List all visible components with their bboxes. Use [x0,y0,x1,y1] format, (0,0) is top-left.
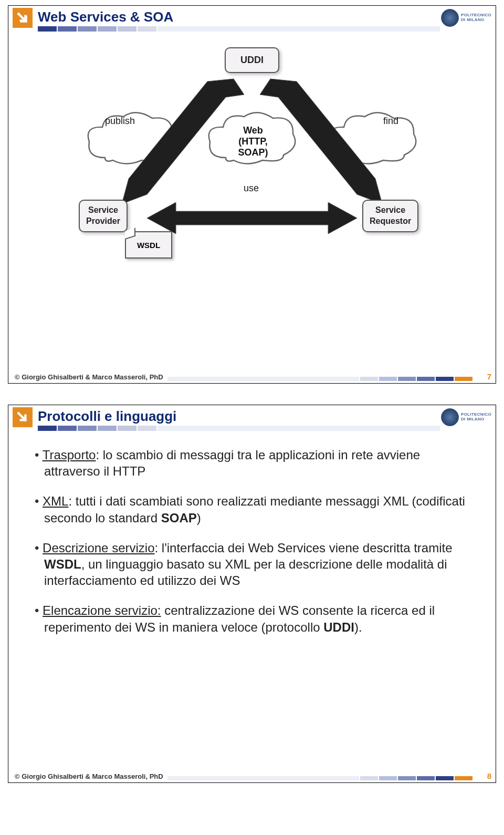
footer-stripe [167,377,472,381]
soa-diagram: UDDI Web (HTTP, SOAP) Service Provider S… [68,42,436,273]
bullet-mid: : tutti i dati scambiati sono realizzati… [44,494,465,524]
bullet-end: ) [197,511,201,525]
logo-seal-icon [441,9,459,27]
footer-copyright: © Giorgio Ghisalberti & Marco Masseroli,… [15,373,163,381]
bullet-bold: SOAP [161,511,197,525]
requestor-line2: Requestor [370,217,411,225]
bullet-mid: : l'interfaccia dei Web Services viene d… [154,541,452,555]
footer-stripe [167,776,472,780]
slide-body: Trasporto: lo scambio di messaggi tra le… [8,431,496,686]
arrow-badge-icon [13,407,33,427]
logo-seal-icon [441,408,459,426]
web-line1: Web [243,125,263,136]
bullet-trasporto: Trasporto: lo scambio di messaggi tra le… [35,447,475,479]
provider-line1: Service [88,205,118,214]
header-color-stripe [38,426,441,431]
bullet-rest: , un linguaggio basato su XML per la des… [44,557,447,587]
node-wsdl: WSDL [125,231,172,259]
web-line2: (HTTP, SOAP) [238,136,268,158]
university-logo: POLITECNICO DI MILANO [441,407,491,426]
bullet-elencazione: Elencazione servizio: centralizzazione d… [35,602,475,635]
bullet-head: Trasporto [43,448,96,462]
arrow-badge-icon [13,8,33,28]
label-publish: publish [105,116,135,127]
page-number: 8 [476,771,491,780]
slide-title: Protocolli e linguaggi [38,408,441,425]
slide-footer: © Giorgio Ghisalberti & Marco Masseroli,… [8,368,496,383]
slide-protocolli-linguaggi: Protocolli e linguaggi POLITECNICO DI MI… [8,405,496,783]
arrow-use-icon [147,200,357,236]
logo-line2: DI MILANO [461,17,484,22]
node-service-requestor: Service Requestor [362,200,418,232]
title-block: Web Services & SOA [38,8,441,32]
bullet-head: Elencazione servizio: [43,603,161,617]
slide-footer: © Giorgio Ghisalberti & Marco Masseroli,… [8,768,496,782]
uddi-label: UDDI [240,55,264,65]
wsdl-label: WSDL [137,241,160,250]
header-color-stripe [38,26,441,32]
title-block: Protocolli e linguaggi [38,407,441,431]
logo-line1: POLITECNICO [461,13,491,17]
requestor-line1: Service [375,205,405,214]
svg-marker-2 [147,202,357,234]
bullet-xml: XML: tutti i dati scambiati sono realizz… [35,493,475,525]
bullet-bold: WSDL [44,557,81,571]
university-logo: POLITECNICO DI MILANO [441,8,491,27]
bullet-rest: : lo scambio di messaggi tra le applicaz… [44,448,420,478]
footer-copyright: © Giorgio Ghisalberti & Marco Masseroli,… [15,772,163,780]
page-number: 7 [476,372,491,381]
slide-header: Web Services & SOA POLITECNICO DI MILANO [8,6,496,32]
svg-marker-0 [122,79,244,204]
slide-web-services-soa: Web Services & SOA POLITECNICO DI MILANO [8,5,496,384]
slide-title: Web Services & SOA [38,9,441,25]
bullet-head: Descrizione servizio [43,541,154,555]
slide-header: Protocolli e linguaggi POLITECNICO DI MI… [8,405,496,431]
bullet-end: ). [354,620,362,634]
logo-text: POLITECNICO DI MILANO [461,13,491,23]
node-service-provider: Service Provider [79,200,128,232]
web-label: Web (HTTP, SOAP) [227,125,279,158]
logo-text: POLITECNICO DI MILANO [461,413,491,422]
bullet-list: Trasporto: lo scambio di messaggi tra le… [35,447,475,635]
provider-line2: Provider [86,217,120,225]
bullet-head: XML [43,494,68,508]
node-uddi: UDDI [225,47,279,73]
label-use: use [244,183,259,194]
bullet-descrizione: Descrizione servizio: l'interfaccia dei … [35,540,475,589]
bullet-bold: UDDI [323,620,354,634]
logo-line1: POLITECNICO [461,412,491,417]
logo-line2: DI MILANO [461,417,484,421]
label-find: find [383,116,398,127]
